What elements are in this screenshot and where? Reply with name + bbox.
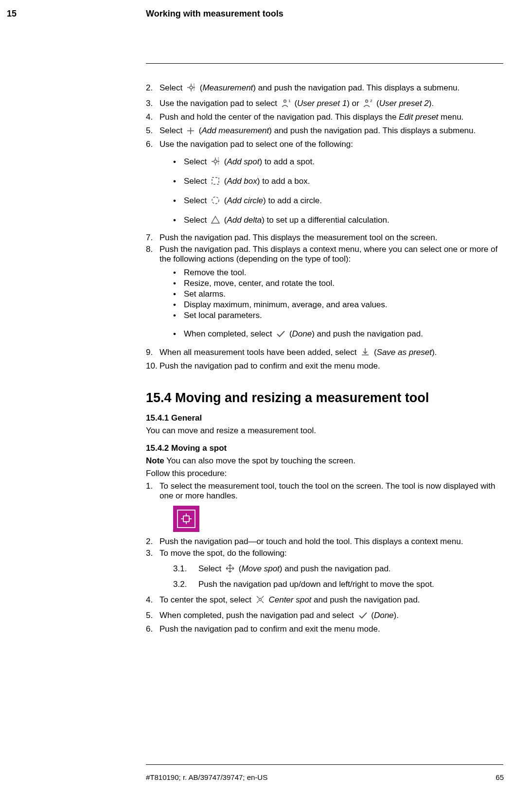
- text: Done: [374, 611, 394, 620]
- action-local-params: Set local parameters.: [173, 311, 503, 320]
- text: Push the navigation pad to confirm and e…: [160, 624, 380, 634]
- step-5: 5. Select (Add measurement) and push the…: [146, 124, 503, 138]
- plus-icon: [186, 126, 195, 136]
- svg-point-5: [214, 160, 217, 163]
- user-preset-1-icon: 1: [281, 98, 291, 108]
- checkmark-icon: [275, 328, 286, 339]
- text: Display maximum, minimum, average, and a…: [184, 300, 388, 309]
- checkmark-icon: [357, 610, 368, 620]
- text: ) to add a circle.: [263, 196, 322, 205]
- svg-point-8: [259, 599, 261, 601]
- user-preset-2-icon: 2: [362, 98, 373, 108]
- subsection-2-note: Note You can also move the spot by touch…: [146, 456, 503, 466]
- move-step-5: 5. When completed, push the navigation p…: [146, 609, 503, 622]
- text: ).: [394, 611, 399, 620]
- step-10: 10.Push the navigation pad to confirm an…: [146, 361, 503, 371]
- step-2: 2. Select (Measurement) and push the nav…: [146, 81, 503, 95]
- text: Select: [160, 126, 185, 135]
- text: Move spot: [241, 564, 279, 573]
- text: Push the navigation pad—or touch and hol…: [160, 537, 463, 546]
- text: Select: [160, 83, 185, 92]
- add-delta-icon: [210, 214, 221, 225]
- text: ).: [429, 99, 434, 108]
- text: Use the navigation pad to select one of …: [160, 140, 353, 149]
- text: Select: [184, 196, 209, 205]
- action-alarms: Set alarms.: [173, 289, 503, 299]
- step-8-actions: Remove the tool. Resize, move, center, a…: [173, 268, 503, 341]
- option-add-spot: Select (Add spot) to add a spot.: [173, 155, 503, 169]
- text: ) to add a box.: [257, 177, 310, 186]
- note-text: You can also move the spot by touching t…: [164, 456, 355, 465]
- text: Push the navigation pad. This displays a…: [160, 245, 497, 264]
- center-spot-icon: [255, 594, 266, 605]
- substep-3-1: 3.1. Select (Move spot) and push the nav…: [173, 562, 503, 576]
- move-step-6: 6.Push the navigation pad to confirm and…: [146, 624, 503, 634]
- svg-point-0: [190, 86, 193, 89]
- save-preset-icon: [360, 347, 371, 357]
- action-resize: Resize, move, center, and rotate the too…: [173, 279, 503, 288]
- text: Center spot: [268, 595, 311, 604]
- text: Select: [184, 215, 209, 225]
- subsection-2-heading: 15.4.2 Moving a spot: [146, 443, 503, 453]
- text: ) and push the navigation pad. This disp…: [253, 83, 460, 92]
- note-label: Note: [146, 456, 164, 465]
- subsection-1-heading: 15.4.1 General: [146, 413, 503, 423]
- move-arrows-icon: [225, 563, 235, 574]
- text: Set alarms.: [184, 289, 226, 299]
- section-heading: 15.4 Moving and resizing a measurement t…: [146, 390, 503, 406]
- step-9: 9. When all measurement tools have been …: [146, 346, 503, 359]
- step-3: 3. Use the navigation pad to select 1 (U…: [146, 97, 503, 110]
- header-chapter-number: 15: [7, 9, 17, 19]
- text: Measurement: [202, 83, 253, 92]
- text: Set local parameters.: [184, 311, 262, 320]
- text: User preset 2: [379, 99, 429, 108]
- text: Push and hold the center of the navigati…: [160, 112, 399, 122]
- text: Add delta: [227, 215, 262, 225]
- text: To center the spot, select: [160, 595, 254, 604]
- move-step-4: 4. To center the spot, select Center spo…: [146, 593, 503, 607]
- action-done: When completed, select (Done) and push t…: [173, 327, 503, 341]
- header-chapter-title: Working with measurement tools: [146, 9, 284, 19]
- svg-point-1: [284, 100, 286, 103]
- text: Select: [198, 564, 221, 573]
- content: 2. Select (Measurement) and push the nav…: [146, 63, 503, 636]
- footer-page-number: 65: [496, 773, 504, 781]
- svg-text:2: 2: [370, 99, 372, 103]
- move-spot-procedure: 1.To select the measurement tool, touch …: [146, 481, 503, 634]
- text: Save as preset: [377, 348, 432, 357]
- text: When completed, push the navigation pad …: [160, 611, 356, 620]
- text: Add circle: [227, 196, 263, 205]
- text: ) or: [347, 99, 361, 108]
- page: 15 Working with measurement tools 2. Sel…: [0, 0, 532, 795]
- text: Resize, move, center, and rotate the too…: [184, 279, 335, 288]
- procedure-list: 2. Select (Measurement) and push the nav…: [146, 81, 503, 371]
- text: Remove the tool.: [184, 268, 247, 277]
- svg-rect-6: [212, 177, 219, 184]
- option-add-circle: Select (Add circle) to add a circle.: [173, 194, 503, 208]
- svg-point-7: [212, 197, 219, 204]
- subsection-1-text: You can move and resize a measurement to…: [146, 426, 503, 436]
- text: Add measurement: [201, 126, 269, 135]
- move-step-1: 1.To select the measurement tool, touch …: [146, 481, 503, 532]
- text: ) and push the navigation pad.: [312, 329, 423, 338]
- text: To select the measurement tool, touch th…: [160, 481, 495, 500]
- text: Done: [292, 329, 312, 338]
- text: Push the navigation pad up/down and left…: [198, 580, 434, 589]
- text: ) and push the navigation pad. This disp…: [269, 126, 476, 135]
- text: and push the navigation pad.: [311, 595, 420, 604]
- header-rule: [146, 63, 503, 64]
- text: Push the navigation pad. This displays t…: [160, 233, 437, 242]
- step-7: 7.Push the navigation pad. This displays…: [146, 233, 503, 243]
- substep-3-2: 3.2.Push the navigation pad up/down and …: [173, 580, 503, 589]
- text: menu.: [438, 112, 463, 122]
- step-6: 6. Use the navigation pad to select one …: [146, 140, 503, 227]
- text: Select: [184, 177, 209, 186]
- svg-point-3: [366, 100, 368, 103]
- add-spot-icon: [210, 156, 221, 167]
- step-8: 8.Push the navigation pad. This displays…: [146, 245, 503, 341]
- text: When all measurement tools have been add…: [160, 348, 359, 357]
- text: Add spot: [227, 157, 259, 166]
- text: When completed, select: [184, 329, 274, 338]
- footer-docid: #T810190; r. AB/39747/39747; en-US: [146, 773, 267, 781]
- step-6-options: Select (Add spot) to add a spot. Select …: [173, 155, 503, 227]
